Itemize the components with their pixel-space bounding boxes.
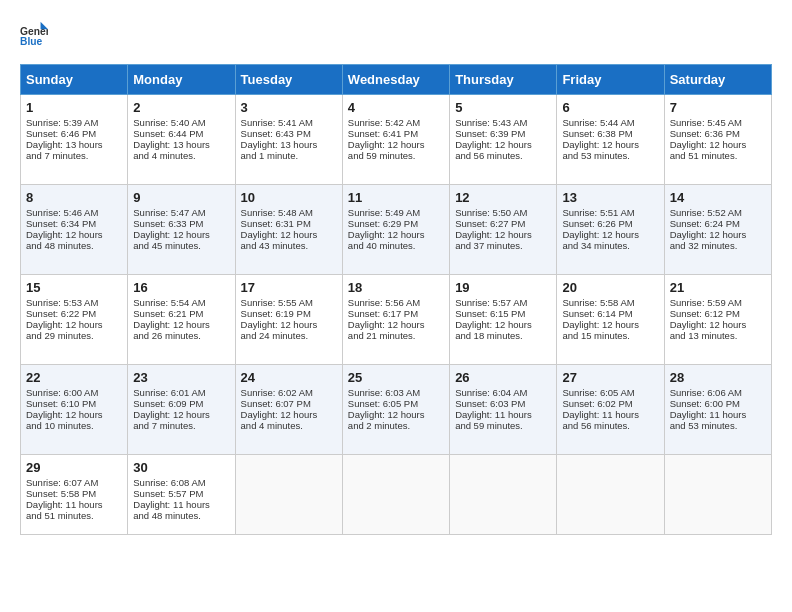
day-number: 9	[133, 190, 229, 205]
day-info: and 51 minutes.	[670, 150, 766, 161]
day-info: Sunrise: 5:52 AM	[670, 207, 766, 218]
day-info: Sunrise: 5:51 AM	[562, 207, 658, 218]
day-info: Daylight: 11 hours	[26, 499, 122, 510]
day-info: Daylight: 12 hours	[670, 229, 766, 240]
day-number: 12	[455, 190, 551, 205]
day-info: Sunrise: 5:50 AM	[455, 207, 551, 218]
day-info: and 40 minutes.	[348, 240, 444, 251]
day-info: and 45 minutes.	[133, 240, 229, 251]
day-number: 19	[455, 280, 551, 295]
day-info: Sunset: 6:21 PM	[133, 308, 229, 319]
day-info: Daylight: 12 hours	[348, 229, 444, 240]
day-info: Daylight: 12 hours	[241, 319, 337, 330]
day-info: Daylight: 11 hours	[455, 409, 551, 420]
day-info: Sunrise: 6:08 AM	[133, 477, 229, 488]
day-info: and 53 minutes.	[562, 150, 658, 161]
day-header-tuesday: Tuesday	[235, 65, 342, 95]
day-info: and 2 minutes.	[348, 420, 444, 431]
day-info: Daylight: 12 hours	[26, 409, 122, 420]
day-info: Daylight: 12 hours	[26, 319, 122, 330]
day-info: Sunset: 6:43 PM	[241, 128, 337, 139]
day-number: 4	[348, 100, 444, 115]
calendar-cell	[664, 455, 771, 535]
calendar-cell: 1Sunrise: 5:39 AMSunset: 6:46 PMDaylight…	[21, 95, 128, 185]
day-info: Sunrise: 5:44 AM	[562, 117, 658, 128]
calendar-cell	[557, 455, 664, 535]
calendar-cell: 8Sunrise: 5:46 AMSunset: 6:34 PMDaylight…	[21, 185, 128, 275]
day-info: Sunset: 6:29 PM	[348, 218, 444, 229]
calendar-cell	[450, 455, 557, 535]
day-info: Daylight: 13 hours	[133, 139, 229, 150]
day-info: Sunset: 5:57 PM	[133, 488, 229, 499]
day-number: 5	[455, 100, 551, 115]
day-number: 10	[241, 190, 337, 205]
day-info: Daylight: 12 hours	[455, 139, 551, 150]
day-number: 1	[26, 100, 122, 115]
calendar-header-row: SundayMondayTuesdayWednesdayThursdayFrid…	[21, 65, 772, 95]
day-info: Sunset: 6:36 PM	[670, 128, 766, 139]
calendar-cell: 10Sunrise: 5:48 AMSunset: 6:31 PMDayligh…	[235, 185, 342, 275]
day-info: and 48 minutes.	[26, 240, 122, 251]
day-info: Sunrise: 5:43 AM	[455, 117, 551, 128]
day-info: Sunset: 6:09 PM	[133, 398, 229, 409]
day-info: Sunrise: 5:40 AM	[133, 117, 229, 128]
day-info: Daylight: 12 hours	[562, 319, 658, 330]
day-info: Daylight: 12 hours	[562, 139, 658, 150]
day-info: and 7 minutes.	[26, 150, 122, 161]
calendar-cell: 22Sunrise: 6:00 AMSunset: 6:10 PMDayligh…	[21, 365, 128, 455]
day-info: Daylight: 12 hours	[241, 409, 337, 420]
day-info: and 18 minutes.	[455, 330, 551, 341]
calendar-cell: 29Sunrise: 6:07 AMSunset: 5:58 PMDayligh…	[21, 455, 128, 535]
day-info: and 29 minutes.	[26, 330, 122, 341]
calendar-cell: 30Sunrise: 6:08 AMSunset: 5:57 PMDayligh…	[128, 455, 235, 535]
day-info: and 21 minutes.	[348, 330, 444, 341]
logo-icon: General Blue	[20, 20, 48, 48]
day-info: Sunset: 6:07 PM	[241, 398, 337, 409]
day-info: Daylight: 12 hours	[455, 229, 551, 240]
day-info: Sunrise: 5:59 AM	[670, 297, 766, 308]
day-info: Sunrise: 6:00 AM	[26, 387, 122, 398]
day-info: Sunset: 5:58 PM	[26, 488, 122, 499]
calendar-cell: 11Sunrise: 5:49 AMSunset: 6:29 PMDayligh…	[342, 185, 449, 275]
day-info: and 56 minutes.	[455, 150, 551, 161]
day-info: Sunset: 6:05 PM	[348, 398, 444, 409]
calendar-cell: 7Sunrise: 5:45 AMSunset: 6:36 PMDaylight…	[664, 95, 771, 185]
day-info: Daylight: 12 hours	[133, 409, 229, 420]
day-info: Sunset: 6:41 PM	[348, 128, 444, 139]
day-number: 28	[670, 370, 766, 385]
day-number: 21	[670, 280, 766, 295]
day-info: Daylight: 12 hours	[348, 139, 444, 150]
calendar-cell: 24Sunrise: 6:02 AMSunset: 6:07 PMDayligh…	[235, 365, 342, 455]
calendar-cell: 14Sunrise: 5:52 AMSunset: 6:24 PMDayligh…	[664, 185, 771, 275]
calendar-cell: 20Sunrise: 5:58 AMSunset: 6:14 PMDayligh…	[557, 275, 664, 365]
day-info: Sunrise: 5:55 AM	[241, 297, 337, 308]
day-info: Sunset: 6:44 PM	[133, 128, 229, 139]
day-number: 15	[26, 280, 122, 295]
day-info: and 4 minutes.	[133, 150, 229, 161]
day-info: Daylight: 11 hours	[562, 409, 658, 420]
day-info: Sunrise: 5:48 AM	[241, 207, 337, 218]
day-info: Sunrise: 5:41 AM	[241, 117, 337, 128]
day-info: Daylight: 12 hours	[670, 319, 766, 330]
day-info: Sunset: 6:02 PM	[562, 398, 658, 409]
day-info: Daylight: 12 hours	[670, 139, 766, 150]
day-info: and 13 minutes.	[670, 330, 766, 341]
day-info: Sunset: 6:10 PM	[26, 398, 122, 409]
day-number: 8	[26, 190, 122, 205]
day-info: Sunset: 6:19 PM	[241, 308, 337, 319]
day-info: Daylight: 12 hours	[348, 409, 444, 420]
day-info: Sunset: 6:14 PM	[562, 308, 658, 319]
day-info: Sunset: 6:46 PM	[26, 128, 122, 139]
day-info: Sunrise: 5:58 AM	[562, 297, 658, 308]
day-info: and 15 minutes.	[562, 330, 658, 341]
calendar-cell: 28Sunrise: 6:06 AMSunset: 6:00 PMDayligh…	[664, 365, 771, 455]
day-info: Sunrise: 6:04 AM	[455, 387, 551, 398]
day-number: 14	[670, 190, 766, 205]
calendar-cell: 16Sunrise: 5:54 AMSunset: 6:21 PMDayligh…	[128, 275, 235, 365]
calendar-table: SundayMondayTuesdayWednesdayThursdayFrid…	[20, 64, 772, 535]
page-header: General Blue	[20, 20, 772, 48]
logo: General Blue	[20, 20, 52, 48]
calendar-cell: 3Sunrise: 5:41 AMSunset: 6:43 PMDaylight…	[235, 95, 342, 185]
day-info: and 37 minutes.	[455, 240, 551, 251]
calendar-week-1: 1Sunrise: 5:39 AMSunset: 6:46 PMDaylight…	[21, 95, 772, 185]
